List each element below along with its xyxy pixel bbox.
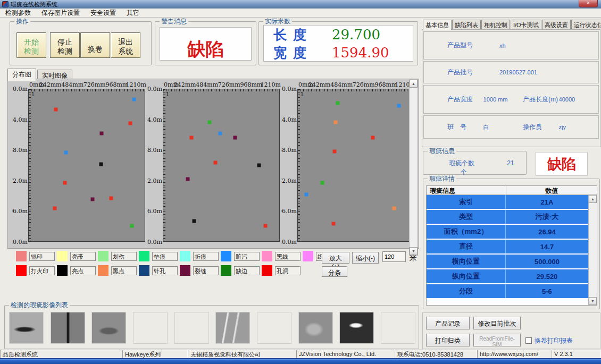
operation-button[interactable]: 退出 系统 [111,32,140,58]
zoom-in-button[interactable]: 放大(+) [322,252,349,264]
modify-batch-button[interactable]: 修改目前批次 [473,317,521,329]
legend-label-box[interactable]: 缺边 [234,266,260,275]
legend-label-box[interactable]: 划伤 [111,252,137,261]
tab-active[interactable]: 基本信息 [423,20,452,30]
defect-point[interactable] [54,108,58,112]
y-axis-tick-label: 48.0m [12,147,28,154]
defect-point[interactable] [100,132,104,136]
operation-button[interactable]: 开始 检测 [16,32,46,58]
defect-point[interactable] [392,207,396,210]
legend-label-box[interactable]: 垫痕 [152,252,178,261]
defect-point[interactable] [336,101,340,105]
legend-label-box[interactable]: 亮带 [70,252,96,261]
y-axis-tick-label: 0.0m [282,86,297,92]
menu-item[interactable]: 保存图片设置 [36,8,85,18]
print-classify-button[interactable]: 打印归类 [426,334,470,346]
defect-detail-row[interactable]: 分段5-6 [427,284,588,299]
defect-point[interactable] [64,151,68,155]
defect-point[interactable] [233,136,237,139]
defect-point[interactable] [132,98,136,101]
field-value: 40000 [559,96,598,103]
legend-label-box[interactable]: 孔洞 [275,266,300,275]
defect-detail-row[interactable]: 面积（mm2）26.94 [427,225,588,240]
legend-label-box[interactable]: 黑点 [111,266,137,275]
roll-print-checkbox[interactable] [525,337,532,344]
tab-right[interactable]: 缺陷列表 [452,20,481,30]
defect-point[interactable] [320,181,324,185]
defect-point[interactable] [53,207,57,210]
defect-point[interactable] [99,162,103,166]
defect-thumbnail[interactable] [91,312,126,344]
defect-map-plot[interactable]: 1 [28,89,145,242]
split-button[interactable]: 分条 [322,266,347,277]
defect-point[interactable] [333,120,337,124]
defect-point[interactable] [129,122,132,125]
scroll-up-icon[interactable]: ▲ [589,195,597,203]
legend-item: 黑线 [262,250,300,262]
tab-right[interactable]: 相机控制 [481,20,510,30]
defect-map-plot[interactable]: 1 [297,89,414,242]
tab-right[interactable]: 运行状态信息 [571,20,600,30]
table-scrollbar[interactable]: ▲ ▼ [588,195,597,305]
operation-button[interactable]: 换卷 [80,32,110,58]
meters-unit-label: 米 [410,253,417,263]
menu-item[interactable]: 安全设置 [85,8,121,18]
defect-thumbnail[interactable] [215,312,250,344]
operation-button[interactable]: 停止 检测 [50,32,80,58]
legend-label-box[interactable]: 针孔 [152,266,178,275]
defect-thumbnail[interactable] [51,312,85,344]
defect-point[interactable] [63,181,66,185]
defect-point[interactable] [257,164,261,167]
defect-point[interactable] [109,196,113,200]
defect-thumbnail[interactable] [381,312,415,344]
defect-thumbnail[interactable] [339,312,374,344]
zoom-out-button[interactable]: 缩小(-) [352,252,379,264]
defect-thumbnail[interactable] [9,312,44,344]
legend-label-box[interactable]: 打火印 [29,266,55,275]
defect-detail-row[interactable]: 纵向位置29.520 [427,269,588,284]
tab-active[interactable]: 分布图 [7,69,36,81]
defect-thumbnail[interactable] [174,312,209,344]
tab-right[interactable]: 高级设置 [542,20,571,30]
defect-point[interactable] [371,136,375,139]
defect-point[interactable] [208,120,212,124]
detail-row-value: 14.7 [506,243,588,251]
defect-point[interactable] [190,136,194,139]
defect-detail-row[interactable]: 索引21A [427,195,588,210]
defect-point[interactable] [193,219,196,223]
defect-thumbnail[interactable] [298,312,333,344]
scroll-down-icon[interactable]: ▼ [589,297,597,305]
defect-info-groupbox: 瑕疵信息 瑕疵个数 21 个 [423,151,527,175]
defect-detail-row[interactable]: 直径14.7 [427,240,588,255]
product-record-button[interactable]: 产品记录 [426,317,470,329]
defect-map-plot[interactable]: 1 [163,89,280,242]
defect-point[interactable] [130,224,133,228]
plots-scrollbar[interactable]: ▲ ▼ [409,79,418,256]
menu-item[interactable]: 其它 [121,8,145,18]
legend-label-box[interactable]: 脏污 [234,252,260,261]
legend-label-box[interactable]: 折痕 [193,252,219,261]
legend-label-box[interactable]: 辊印 [29,252,55,261]
legend-label-box[interactable]: 亮点 [70,266,96,275]
scroll-up-icon[interactable]: ▲ [410,80,418,88]
defect-point[interactable] [90,198,94,201]
legend-label-box[interactable]: 织构连线 [316,252,322,261]
defect-point[interactable] [331,222,335,225]
defect-detail-row[interactable]: 横向位置500.000 [427,255,588,269]
defect-point[interactable] [333,149,337,153]
defect-thumbnail[interactable] [257,312,291,344]
legend-label-box[interactable]: 裂缝 [193,266,219,275]
close-button[interactable]: × [579,0,598,7]
defect-point[interactable] [186,177,189,181]
defect-thumbnail[interactable] [133,312,168,344]
defect-point[interactable] [213,161,217,165]
menu-item[interactable]: 检测参数 [0,8,36,18]
tab-right[interactable]: I/O卡测试 [511,20,541,30]
defect-point[interactable] [305,192,308,196]
meters-input[interactable] [382,251,406,262]
defect-point[interactable] [219,132,222,136]
defect-point[interactable] [264,224,268,228]
defect-detail-row[interactable]: 类型污渍-大 [427,210,588,225]
legend-label-box[interactable]: 黑线 [275,252,300,261]
defect-point[interactable] [397,104,400,107]
